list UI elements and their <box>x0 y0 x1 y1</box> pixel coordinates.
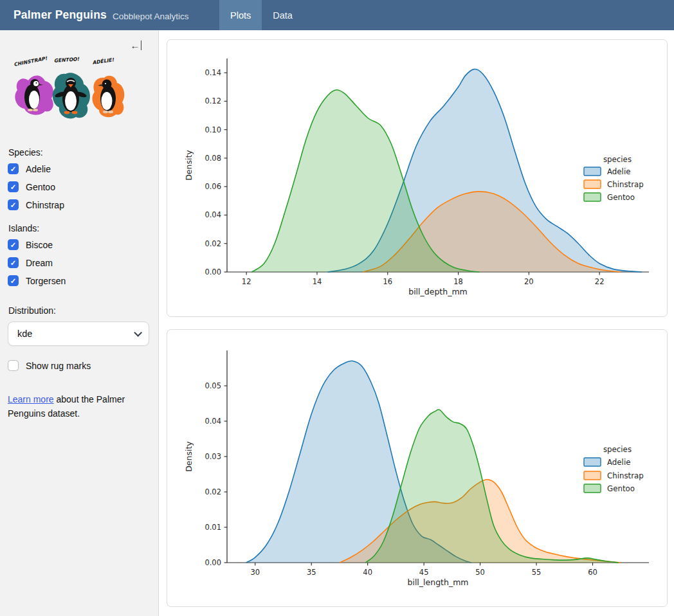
checkbox-island-torgersen[interactable]: Torgersen <box>8 275 150 286</box>
svg-text:20: 20 <box>524 277 534 286</box>
collapse-arrow-icon: ← <box>131 41 140 50</box>
species-section-label: Species: <box>8 147 150 158</box>
svg-text:30: 30 <box>250 568 260 577</box>
svg-text:22: 22 <box>595 277 605 286</box>
checkbox-species-gentoo[interactable]: Gentoo <box>8 181 150 192</box>
svg-text:0.02: 0.02 <box>205 487 221 496</box>
svg-text:Chinstrap: Chinstrap <box>607 471 644 480</box>
sidebar-footer-note: Learn more about the Palmer Penguins dat… <box>8 393 143 421</box>
bill-length-density-plot: 0.000.010.020.030.040.0530354045505560bi… <box>167 330 668 608</box>
learn-more-link[interactable]: Learn more <box>8 394 54 404</box>
svg-text:0.04: 0.04 <box>205 210 221 219</box>
svg-text:Gentoo: Gentoo <box>607 193 635 202</box>
svg-text:12: 12 <box>242 277 251 286</box>
checkbox-icon[interactable] <box>8 275 19 286</box>
svg-text:0.12: 0.12 <box>205 96 221 105</box>
bill-length-plot-card: 0.000.010.020.030.040.0530354045505560bi… <box>167 329 668 607</box>
svg-text:0.02: 0.02 <box>205 239 221 248</box>
distribution-select[interactable]: kde <box>8 322 149 346</box>
svg-text:35: 35 <box>307 568 316 577</box>
svg-text:species: species <box>603 445 632 454</box>
distribution-select-value: kde <box>17 329 32 339</box>
checkbox-icon[interactable] <box>8 239 19 250</box>
svg-text:18: 18 <box>453 277 463 286</box>
checkbox-icon[interactable] <box>8 181 19 192</box>
svg-text:Density: Density <box>184 441 194 472</box>
svg-text:16: 16 <box>383 277 392 286</box>
svg-text:0.05: 0.05 <box>205 381 221 390</box>
svg-text:bill_length_mm: bill_length_mm <box>407 577 468 587</box>
checkbox-label: Torgersen <box>26 276 66 286</box>
svg-text:species: species <box>603 155 632 164</box>
svg-text:0.00: 0.00 <box>205 558 221 567</box>
checkbox-species-chinstrap[interactable]: Chinstrap <box>8 199 150 210</box>
navbar-tabs: Plots Data <box>219 0 304 30</box>
svg-text:Gentoo: Gentoo <box>607 484 635 493</box>
tab-plots[interactable]: Plots <box>219 0 262 30</box>
checkbox-show-rug-marks[interactable]: Show rug marks <box>8 360 150 371</box>
adelie-art-label: ADÉLIE! <box>92 56 114 66</box>
gentoo-art-label: GENTOO! <box>54 56 80 64</box>
svg-text:60: 60 <box>588 568 597 577</box>
svg-text:14: 14 <box>313 277 322 286</box>
tab-data[interactable]: Data <box>262 0 304 30</box>
checkbox-island-biscoe[interactable]: Biscoe <box>8 239 150 250</box>
svg-text:0.08: 0.08 <box>205 154 221 163</box>
bill-depth-density-plot: 0.000.020.040.060.080.100.120.1412141618… <box>167 40 668 318</box>
checkbox-icon[interactable] <box>8 360 19 371</box>
svg-text:0.04: 0.04 <box>205 417 221 426</box>
sidebar-collapse-button[interactable]: ← <box>131 41 142 50</box>
checkbox-label: Gentoo <box>26 182 55 192</box>
svg-text:0.14: 0.14 <box>205 68 221 77</box>
checkbox-label: Adelie <box>26 164 51 174</box>
svg-text:0.10: 0.10 <box>205 125 221 134</box>
sidebar: ← <box>0 30 159 616</box>
navbar: Palmer Penguins Cobblepot Analytics Plot… <box>0 0 674 30</box>
chevron-down-icon <box>134 329 142 337</box>
svg-text:Chinstrap: Chinstrap <box>607 180 644 189</box>
svg-text:50: 50 <box>475 568 485 577</box>
checkbox-label: Dream <box>26 258 53 268</box>
checkbox-species-adelie[interactable]: Adelie <box>8 163 150 174</box>
distribution-section-label: Distribution: <box>8 305 150 316</box>
svg-text:Adelie: Adelie <box>607 458 630 467</box>
navbar-brand: Palmer Penguins Cobblepot Analytics <box>0 0 219 30</box>
tab-plots-label: Plots <box>230 10 251 21</box>
svg-text:40: 40 <box>363 568 372 577</box>
svg-text:45: 45 <box>419 568 429 577</box>
app-subtitle: Cobblepot Analytics <box>113 10 189 21</box>
svg-text:0.00: 0.00 <box>205 267 221 276</box>
checkbox-label: Chinstrap <box>26 200 64 210</box>
svg-text:Adelie: Adelie <box>607 167 630 176</box>
islands-section-label: Islands: <box>8 223 150 233</box>
checkbox-icon[interactable] <box>8 257 19 268</box>
chinstrap-art-label: CHINSTRAP! <box>14 55 48 68</box>
app-title: Palmer Penguins <box>14 8 107 22</box>
svg-text:55: 55 <box>532 568 542 577</box>
bill-depth-plot-card: 0.000.020.040.060.080.100.120.1412141618… <box>167 39 668 317</box>
main-content: 0.000.020.040.060.080.100.120.1412141618… <box>159 30 674 616</box>
svg-text:Density: Density <box>184 150 194 181</box>
collapse-bar-icon <box>141 41 142 50</box>
svg-text:0.06: 0.06 <box>205 182 221 191</box>
svg-text:0.03: 0.03 <box>205 452 221 461</box>
tab-data-label: Data <box>273 10 293 21</box>
penguin-artwork-image: CHINSTRAP! GENTOO! ADÉLIE! <box>9 55 125 127</box>
checkbox-label: Biscoe <box>26 240 53 250</box>
app-window: Palmer Penguins Cobblepot Analytics Plot… <box>0 0 674 616</box>
svg-text:bill_depth_mm: bill_depth_mm <box>408 287 468 296</box>
checkbox-island-dream[interactable]: Dream <box>8 257 150 268</box>
checkbox-label: Show rug marks <box>26 361 91 371</box>
svg-text:0.01: 0.01 <box>205 523 221 532</box>
checkbox-icon[interactable] <box>8 199 19 210</box>
checkbox-icon[interactable] <box>8 163 19 174</box>
